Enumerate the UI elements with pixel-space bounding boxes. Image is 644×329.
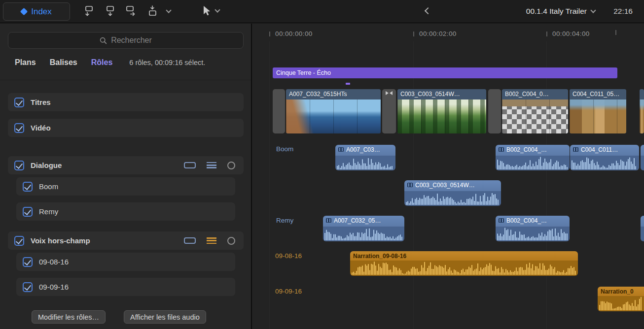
tab-plans[interactable]: Plans	[15, 58, 36, 67]
search-input[interactable]: Rechercher	[8, 32, 244, 49]
index-tabs: Plans Balises Rôles 6 rôles, 00:09:16 sé…	[15, 58, 245, 67]
audio-clip-name: A007_C03…	[346, 146, 380, 153]
audio-clip[interactable]: B002_C004_…	[496, 216, 570, 241]
video-thumbnail	[286, 99, 381, 133]
ruler-tick	[615, 30, 616, 35]
timeline[interactable]: 00:00:00:00 00:00:02:00 00:00:04:00 Cinq…	[253, 24, 644, 329]
edit-tools-group	[82, 5, 171, 18]
video-thumbnail	[397, 99, 486, 133]
show-audio-lanes-button[interactable]: Afficher les files audio	[124, 310, 206, 324]
insert-edit-icon[interactable]	[103, 5, 117, 18]
waveform	[337, 157, 394, 169]
lane-label: Remy	[276, 217, 293, 224]
title-marker	[346, 83, 350, 85]
audio-clip-name: B002_C004_…	[506, 217, 547, 224]
transition-clip[interactable]	[488, 89, 501, 133]
project-chevron-icon	[590, 7, 596, 13]
video-clip[interactable]: C004_C011_05…	[570, 89, 626, 133]
filmstrip-icon	[499, 147, 504, 152]
role-checkbox[interactable]	[14, 98, 24, 107]
title-clip[interactable]: Cinque Terre - Écho	[273, 67, 617, 78]
filmstrip-icon	[573, 147, 578, 152]
role-row-boom[interactable]: Boom	[16, 177, 235, 196]
role-row-09-09-16[interactable]: 09-09-16	[16, 278, 235, 296]
project-name: 00.1.4 Italy Trailer	[526, 7, 587, 16]
role-checkbox[interactable]	[23, 207, 33, 217]
role-checkbox[interactable]	[14, 161, 24, 170]
collapse-browser-chevron-icon[interactable]	[425, 7, 431, 14]
show-subrole-lanes-icon[interactable]	[207, 162, 216, 168]
toolbar: Index 00.1.4 Italy Trailer 22:16	[0, 0, 644, 23]
narration-audio-clip[interactable]: Narration_09-08-16	[350, 251, 578, 276]
role-row-dialogue[interactable]: Dialogue	[8, 156, 244, 174]
ruler-timecode: 00:00:02:00	[419, 30, 457, 37]
role-row-video[interactable]: Vidéo	[8, 119, 244, 137]
role-checkbox[interactable]	[23, 182, 33, 192]
audio-clip[interactable]: A007_C03…	[335, 145, 395, 170]
role-label: Titres	[31, 98, 51, 106]
waveform	[406, 192, 500, 205]
append-edit-icon[interactable]	[124, 5, 138, 18]
audio-clip-partial[interactable]	[641, 216, 644, 241]
role-label: 09-08-16	[39, 258, 69, 266]
pointer-tool-button[interactable]	[201, 5, 219, 17]
video-clip-partial[interactable]	[640, 89, 644, 133]
app-window: Index 00.1.4 Italy Trailer 22:16 Recherc…	[0, 0, 644, 329]
show-subrole-lanes-icon[interactable]	[207, 237, 216, 244]
overwrite-edit-icon[interactable]	[145, 5, 159, 18]
waveform	[599, 296, 643, 310]
grid-line	[269, 41, 270, 329]
focus-circle-icon[interactable]	[227, 162, 235, 169]
audio-clip[interactable]: C004_C011…	[570, 145, 639, 170]
audio-clip-name: C004_C011…	[581, 146, 618, 153]
edit-roles-button[interactable]: Modifier les rôles…	[32, 310, 106, 324]
video-clip[interactable]: A007_C032_0515HTs	[286, 89, 381, 133]
role-row-remy[interactable]: Remy	[16, 202, 235, 221]
video-clip[interactable]: C003_C003_0514W…	[397, 89, 486, 133]
minimize-lanes-icon[interactable]	[184, 162, 196, 168]
transition-clip[interactable]	[273, 89, 285, 133]
lane-label: 09-08-16	[275, 252, 302, 260]
selection-summary: 6 rôles, 00:09:16 sélect.	[129, 59, 205, 66]
transition-icon	[386, 91, 393, 96]
role-checkbox[interactable]	[14, 236, 24, 246]
role-checkbox[interactable]	[23, 257, 33, 267]
waveform	[497, 157, 568, 169]
tab-roles[interactable]: Rôles	[91, 58, 113, 67]
minimize-lanes-icon[interactable]	[184, 237, 196, 244]
video-thumbnail	[570, 99, 626, 133]
role-row-titres[interactable]: Titres	[8, 93, 244, 111]
role-checkbox[interactable]	[23, 282, 33, 292]
timeline-ruler[interactable]: 00:00:00:00 00:00:02:00 00:00:04:00	[253, 24, 644, 42]
video-clip-name: C003_C003_0514W…	[397, 89, 486, 99]
pointer-arrow-icon	[201, 5, 211, 17]
filmstrip-icon	[499, 218, 504, 223]
primary-storyline: A007_C032_0515HTs C003_C003_0514W… B002_…	[273, 89, 626, 133]
audio-clip-partial[interactable]	[641, 145, 644, 170]
lane-label: Boom	[276, 145, 293, 153]
timeline-index-panel: Rechercher Plans Balises Rôles 6 rôles, …	[0, 24, 252, 329]
audio-clip[interactable]: C003_C003_0514W…	[404, 180, 501, 206]
search-icon	[100, 37, 107, 44]
project-switcher[interactable]: 00.1.4 Italy Trailer	[526, 7, 595, 16]
connect-edit-icon[interactable]	[82, 5, 96, 18]
ruler-tick	[413, 32, 414, 36]
narration-audio-clip[interactable]: Narration_0	[598, 287, 644, 311]
role-row-voix-hors-champ[interactable]: Voix hors-champ	[8, 231, 244, 250]
video-clip[interactable]: B002_C004_0…	[502, 89, 568, 133]
edit-tools-chevron-icon[interactable]	[166, 7, 171, 13]
audio-clip[interactable]: B002_C004_…	[496, 145, 570, 170]
focus-circle-icon[interactable]	[227, 237, 235, 245]
video-thumbnail	[640, 99, 644, 133]
index-button[interactable]: Index	[3, 2, 70, 21]
filmstrip-icon	[326, 218, 331, 223]
role-checkbox[interactable]	[14, 123, 24, 133]
audio-clip-name: Narration_0	[601, 288, 634, 295]
role-row-09-08-16[interactable]: 09-08-16	[16, 253, 235, 271]
audio-clip-name: B002_C004_…	[506, 146, 547, 153]
audio-clip[interactable]: A007_C032_05…	[323, 216, 404, 241]
role-label: Voix hors-champ	[31, 236, 90, 245]
index-diamond-icon	[20, 8, 28, 16]
transition-clip[interactable]	[382, 89, 396, 133]
tab-balises[interactable]: Balises	[50, 58, 77, 67]
